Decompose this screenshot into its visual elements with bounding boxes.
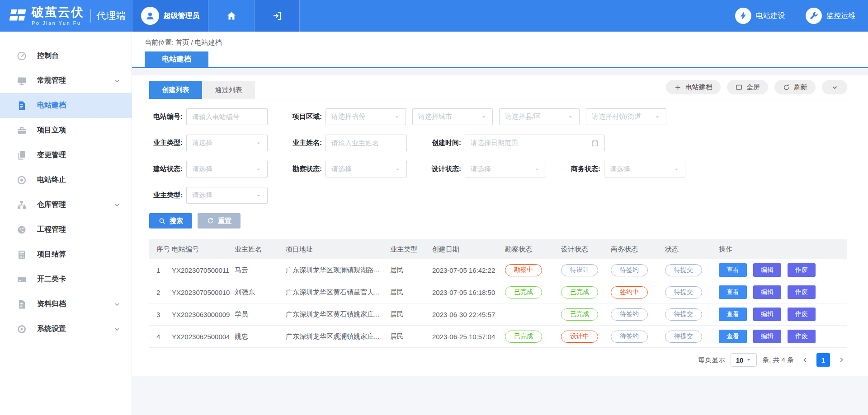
sidebar-item-type2-card[interactable]: 开二类卡 [0, 267, 132, 292]
row-actions: 查看 编辑 作废 [719, 330, 847, 343]
sidebar-item-label: 项目立项 [37, 126, 121, 135]
filter-create-time: 创建时间: 请选择日期范围 [428, 135, 605, 151]
table-header: 序号 电站编号 业主姓名 项目地址 业主类型 创建日期 勘察状态 设计状态 商务… [149, 239, 847, 259]
col-header: 电站编号 [172, 245, 235, 254]
sidebar-item-project-settlement[interactable]: 项目结算 [0, 242, 132, 267]
sidebar-item-archive[interactable]: 资料归档 [0, 292, 132, 317]
edit-button[interactable]: 编辑 [753, 263, 781, 277]
sidebar-item-change-mgmt[interactable]: 变更管理 [0, 143, 132, 168]
county-select[interactable]: 请选择县/区 [499, 108, 580, 125]
col-header: 序号 [149, 245, 172, 254]
next-page-button[interactable] [835, 354, 847, 366]
caret-down-icon [654, 114, 660, 120]
filter-build-status: 建站状态: 请选择 [149, 161, 268, 177]
tab-passed-list[interactable]: 通过列表 [202, 81, 255, 99]
view-button[interactable]: 查看 [719, 263, 747, 277]
town-select[interactable]: 请选择村镇/街道 [586, 108, 666, 125]
prev-page-button[interactable] [799, 354, 811, 366]
sidebar-item-label: 电站终止 [37, 175, 121, 185]
sidebar-item-general-mgmt[interactable]: 常规管理 [0, 68, 132, 93]
cell-address: 广东深圳龙华区观澜镇观湖路... [286, 266, 390, 275]
survey-status-badge: 勘察中 [505, 264, 542, 276]
sidebar-item-label: 系统设置 [37, 324, 113, 334]
design-status-select[interactable]: 请选择 [465, 161, 546, 177]
view-button[interactable]: 查看 [719, 285, 747, 299]
survey-status-select[interactable]: 请选择 [326, 161, 407, 177]
void-button[interactable]: 作废 [788, 330, 816, 343]
top-nav: 电站建设 监控运维 [735, 0, 868, 32]
province-select[interactable]: 请选择省份 [326, 108, 406, 125]
search-button[interactable]: 搜索 [149, 213, 192, 228]
cell-owner-type: 居民 [390, 266, 432, 275]
user-menu[interactable]: 超级管理员 [132, 0, 208, 32]
reset-button[interactable]: 重置 [198, 213, 241, 228]
date-range-picker[interactable]: 请选择日期范围 [465, 135, 605, 151]
logout-button[interactable] [254, 0, 300, 32]
brand-title: 破茧云伏 [32, 6, 84, 19]
sidebar-item-label: 开二类卡 [37, 275, 121, 284]
table-row: 2 YX2023070500010 刘强东 广东深圳龙华区黄石镇星官大... 居… [149, 281, 847, 303]
caret-down-icon [255, 166, 262, 173]
bolt-icon [735, 8, 751, 24]
owner-type-2-select[interactable]: 请选择 [186, 187, 268, 204]
chevron-down-icon [113, 77, 121, 84]
target-icon [16, 175, 27, 186]
field-label: 业主姓名: [288, 139, 322, 147]
chevron-down-icon [113, 326, 121, 333]
business-status-badge: 待签约 [611, 308, 648, 321]
sidebar-item-console[interactable]: 控制台 [0, 43, 132, 68]
view-button[interactable]: 查看 [719, 308, 747, 321]
filter-owner-type: 业主类型: 请选择 [149, 135, 268, 151]
per-page-select[interactable]: 10 [731, 353, 757, 367]
business-status-select[interactable]: 请选择 [604, 161, 685, 177]
owner-type-select[interactable]: 请选择 [186, 135, 268, 151]
collapse-button[interactable] [822, 80, 847, 94]
gauge-icon [16, 51, 27, 61]
user-name: 超级管理员 [164, 11, 200, 21]
wrench-icon [806, 8, 822, 24]
owner-name-input[interactable] [326, 135, 407, 151]
void-button[interactable]: 作废 [788, 308, 816, 321]
home-button[interactable] [208, 0, 254, 32]
chevron-down-icon [113, 201, 121, 209]
page-number[interactable]: 1 [816, 353, 830, 367]
nav-station-construction[interactable]: 电站建设 [735, 8, 785, 24]
col-header: 操作 [719, 245, 847, 254]
page-tab-station-filing[interactable]: 电站建档 [145, 51, 208, 67]
void-button[interactable]: 作废 [788, 263, 816, 277]
status-badge: 待提交 [665, 264, 702, 276]
col-header: 业主姓名 [235, 245, 286, 254]
sidebar-item-system-settings[interactable]: 系统设置 [0, 317, 132, 341]
fullscreen-button[interactable]: 全屏 [727, 80, 768, 94]
tab-created-list[interactable]: 创建列表 [149, 81, 202, 99]
row-actions: 查看 编辑 作废 [719, 285, 847, 299]
design-status-badge: 已完成 [561, 286, 598, 298]
view-button[interactable]: 查看 [719, 330, 747, 343]
station-table: 序号 电站编号 业主姓名 项目地址 业主类型 创建日期 勘察状态 设计状态 商务… [149, 239, 847, 348]
table-row: 4 YX2023062500004 姚忠 广东深圳龙华区观澜镇姚家庄... 居民… [149, 326, 847, 348]
plus-icon [674, 84, 682, 91]
edit-button[interactable]: 编辑 [753, 330, 781, 343]
city-select[interactable]: 请选择城市 [412, 108, 493, 125]
calendar-icon [591, 139, 599, 147]
edit-button[interactable]: 编辑 [753, 308, 781, 321]
col-header: 创建日期 [432, 245, 505, 254]
filter-owner-type-2: 业主类型: 请选择 [149, 187, 268, 204]
nav-monitor-ops[interactable]: 监控运维 [806, 8, 855, 24]
filter-row-1: 电站编号: 项目区域: 请选择省份 请选择城市 [149, 108, 847, 125]
nav-label: 电站建设 [756, 11, 785, 21]
button-label: 电站建档 [685, 83, 712, 92]
station-code-input[interactable] [186, 108, 268, 125]
refresh-button[interactable]: 刷新 [774, 80, 816, 94]
sidebar-item-station-termination[interactable]: 电站终止 [0, 168, 132, 192]
row-actions: 查看 编辑 作废 [719, 308, 847, 321]
edit-button[interactable]: 编辑 [753, 285, 781, 299]
build-status-select[interactable]: 请选择 [186, 161, 268, 177]
cell-create-date: 2023-06-30 22:45:57 [432, 311, 505, 318]
sidebar-item-warehouse-mgmt[interactable]: 仓库管理 [0, 192, 132, 217]
add-station-button[interactable]: 电站建档 [666, 80, 721, 94]
sidebar-item-engineering-mgmt[interactable]: 工程管理 [0, 217, 132, 242]
sidebar-item-project-initiation[interactable]: 项目立项 [0, 118, 132, 143]
void-button[interactable]: 作废 [788, 285, 816, 299]
sidebar-item-station-filing[interactable]: 电站建档 [0, 93, 132, 118]
